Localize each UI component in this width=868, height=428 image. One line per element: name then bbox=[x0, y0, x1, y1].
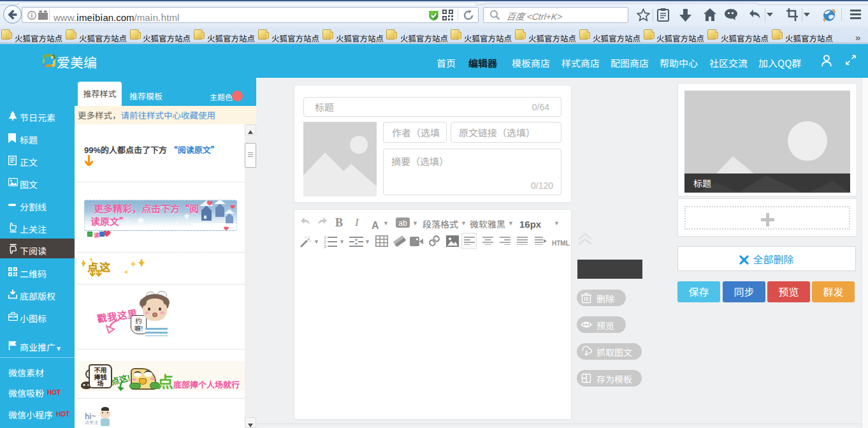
svg-text:1: 1 bbox=[324, 235, 326, 240]
svg-text:3: 3 bbox=[324, 244, 326, 248]
svg-text:2: 2 bbox=[324, 240, 326, 244]
